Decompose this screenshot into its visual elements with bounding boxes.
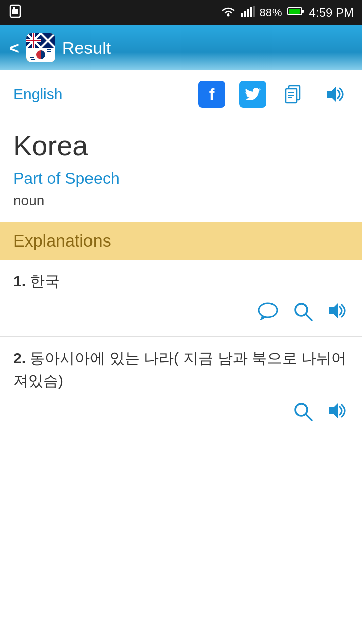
explanation-body-1: 한국 [30,273,60,289]
explanation-text-1: 1. 한국 [13,270,349,292]
twitter-button[interactable] [239,80,266,108]
svg-marker-32 [327,87,336,102]
svg-point-3 [227,14,229,17]
battery-percent: 88% [260,6,282,19]
language-label: English [13,86,62,103]
wifi-icon [221,6,236,20]
explanation-num-2: 2. [13,350,30,366]
svg-line-38 [306,414,312,420]
explanation-body-2: 동아시아에 있는 나라( 지금 남과 북으로 나뉘어져있슴) [13,350,346,389]
signal-icon [241,6,255,20]
svg-marker-36 [329,303,338,318]
status-left [8,4,22,21]
back-button[interactable]: < [9,38,19,58]
svg-rect-7 [250,7,252,17]
main-word: Korea [13,129,349,162]
svg-rect-10 [302,10,304,13]
svg-line-35 [306,314,312,320]
svg-rect-5 [244,11,246,17]
search-button-1[interactable] [293,301,313,326]
copy-button[interactable] [281,80,308,108]
part-of-speech-label: Part of Speech [13,169,349,188]
app-icon [26,33,55,62]
content-area: English f [0,70,362,436]
explanation-num-1: 1. [13,273,30,289]
search-button-2[interactable] [293,401,313,426]
svg-rect-6 [247,9,249,17]
sim-icon [8,4,22,21]
chat-button-1[interactable] [257,301,279,326]
explanation-item-2: 2. 동아시아에 있는 나라( 지금 남과 북으로 나뉘어져있슴) [0,337,362,436]
battery-icon [287,6,304,19]
facebook-icon: f [209,85,215,104]
time-display: 4:59 PM [309,6,354,20]
svg-rect-2 [13,7,15,9]
word-section: Korea Part of Speech noun [0,118,362,222]
svg-point-33 [259,303,277,317]
language-bar: English f [0,70,362,118]
explanation-item-1: 1. 한국 [0,260,362,337]
pos-value: noun [13,193,349,217]
svg-marker-39 [329,403,338,418]
status-bar: 88% 4:59 PM [0,0,362,25]
svg-rect-4 [241,13,243,17]
explanations-title: Explanations [13,231,111,250]
sound-button-1[interactable] [327,301,349,326]
svg-rect-11 [289,9,300,14]
status-right: 88% 4:59 PM [221,6,354,20]
item-1-actions [13,298,349,329]
header-title: Result [62,38,111,58]
facebook-button[interactable]: f [198,80,225,108]
explanations-header: Explanations [0,222,362,260]
sound-button-2[interactable] [327,401,349,426]
app-header: < Result [0,25,362,70]
explanation-text-2: 2. 동아시아에 있는 나라( 지금 남과 북으로 나뉘어져있슴) [13,347,349,392]
action-icons: f [198,80,349,108]
item-2-actions [13,398,349,429]
svg-rect-8 [253,6,255,17]
sound-button[interactable] [322,80,349,108]
svg-rect-1 [12,9,18,14]
